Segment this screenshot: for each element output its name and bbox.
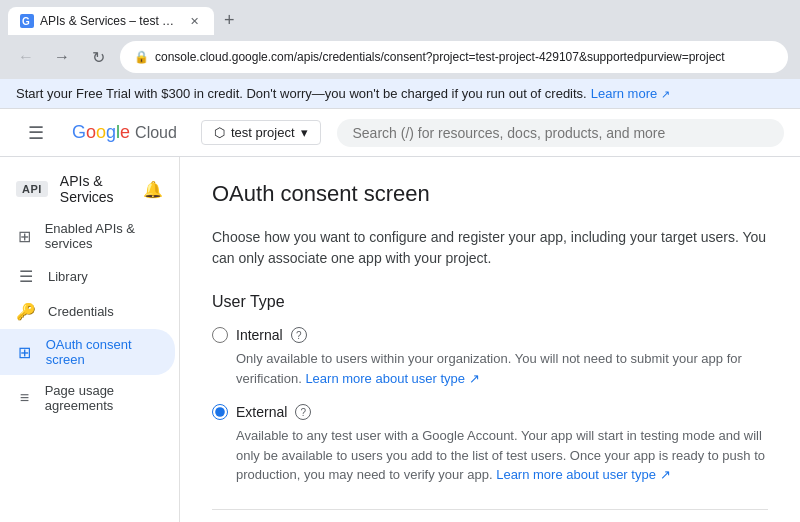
chevron-down-icon: ▾ xyxy=(301,125,308,140)
internal-help-icon[interactable]: ? xyxy=(291,327,307,343)
enabled-apis-icon: ⊞ xyxy=(16,227,33,246)
banner-text: Start your Free Trial with $300 in credi… xyxy=(16,86,587,101)
oauth-icon: ⊞ xyxy=(16,343,34,362)
sidebar-item-label: OAuth consent screen xyxy=(46,337,159,367)
browser-tab[interactable]: G APIs & Services – test projec… ✕ xyxy=(8,7,214,35)
logo-text: Google Cloud xyxy=(72,122,177,143)
promo-banner: Start your Free Trial with $300 in credi… xyxy=(0,79,800,109)
sidebar-item-label: Enabled APIs & services xyxy=(45,221,163,251)
tab-close-button[interactable]: ✕ xyxy=(186,13,202,29)
project-name: test project xyxy=(231,125,295,140)
external-link-icon: ↗ xyxy=(661,88,670,100)
external-help-icon[interactable]: ? xyxy=(295,404,311,420)
internal-option: Internal ? Only available to users withi… xyxy=(212,327,768,388)
sidebar-item-oauth[interactable]: ⊞ OAuth consent screen xyxy=(0,329,175,375)
user-type-section: User Type Internal ? Only available to u… xyxy=(212,293,768,485)
sidebar-item-enabled[interactable]: ⊞ Enabled APIs & services xyxy=(0,213,179,259)
sidebar-item-library[interactable]: ☰ Library xyxy=(0,259,179,294)
tab-label: APIs & Services – test projec… xyxy=(40,14,180,28)
internal-radio[interactable] xyxy=(212,327,228,343)
internal-description: Only available to users within your orga… xyxy=(236,349,768,388)
external-description: Available to any test user with a Google… xyxy=(236,426,768,485)
back-button[interactable]: ← xyxy=(12,43,40,71)
user-type-heading: User Type xyxy=(212,293,768,311)
forward-button[interactable]: → xyxy=(48,43,76,71)
library-icon: ☰ xyxy=(16,267,36,286)
address-text: console.cloud.google.com/apis/credential… xyxy=(155,50,725,64)
external-radio[interactable] xyxy=(212,404,228,420)
refresh-button[interactable]: ↻ xyxy=(84,43,112,71)
new-tab-button[interactable]: + xyxy=(216,6,243,35)
page-usage-icon: ≡ xyxy=(16,389,33,407)
google-cloud-logo: Google Cloud xyxy=(72,122,177,143)
project-selector[interactable]: ⬡ test project ▾ xyxy=(201,120,321,145)
project-icon: ⬡ xyxy=(214,125,225,140)
api-badge: API xyxy=(16,181,48,197)
external-link-icon: ↗ xyxy=(660,467,671,482)
tab-favicon: G xyxy=(20,14,34,28)
main-content: OAuth consent screen Choose how you want… xyxy=(180,157,800,522)
page-description: Choose how you want to configure and reg… xyxy=(212,227,768,269)
sidebar-item-label: Page usage agreements xyxy=(45,383,163,413)
sidebar-title: APIs & Services xyxy=(60,173,131,205)
main-header: ☰ Google Cloud ⬡ test project ▾ xyxy=(0,109,800,157)
external-learn-more-link[interactable]: Learn more about user type ↗ xyxy=(496,467,670,482)
credentials-icon: 🔑 xyxy=(16,302,36,321)
sidebar: API APIs & Services 🔔 ⊞ Enabled APIs & s… xyxy=(0,157,180,522)
sidebar-item-label: Credentials xyxy=(48,304,114,319)
sidebar-item-credentials[interactable]: 🔑 Credentials xyxy=(0,294,179,329)
search-input[interactable] xyxy=(337,119,785,147)
page-title: OAuth consent screen xyxy=(212,181,768,207)
external-label: External xyxy=(236,404,287,420)
address-bar[interactable]: 🔒 console.cloud.google.com/apis/credenti… xyxy=(120,41,788,73)
sidebar-header: API APIs & Services 🔔 xyxy=(0,165,179,213)
internal-learn-more-link[interactable]: Learn more about user type ↗ xyxy=(305,371,479,386)
divider xyxy=(212,509,768,510)
sidebar-item-label: Library xyxy=(48,269,88,284)
banner-learn-more-link[interactable]: Learn more ↗ xyxy=(591,86,670,101)
internal-radio-label[interactable]: Internal ? xyxy=(212,327,768,343)
svg-text:G: G xyxy=(22,16,30,27)
bell-icon[interactable]: 🔔 xyxy=(143,180,163,199)
external-option: External ? Available to any test user wi… xyxy=(212,404,768,485)
external-link-icon: ↗ xyxy=(469,371,480,386)
sidebar-item-page-usage[interactable]: ≡ Page usage agreements xyxy=(0,375,179,421)
hamburger-menu-button[interactable]: ☰ xyxy=(16,113,56,153)
external-radio-label[interactable]: External ? xyxy=(212,404,768,420)
internal-label: Internal xyxy=(236,327,283,343)
lock-icon: 🔒 xyxy=(134,50,149,64)
